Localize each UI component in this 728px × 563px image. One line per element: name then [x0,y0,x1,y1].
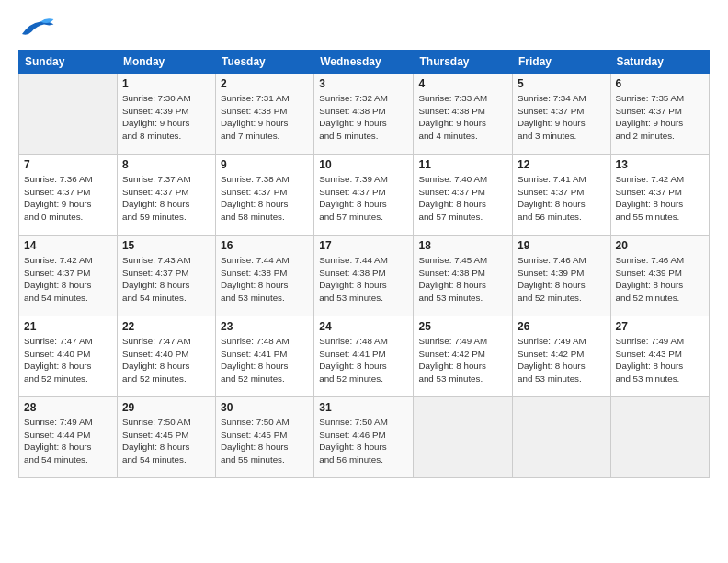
day-number: 20 [616,239,704,252]
day-detail: Sunrise: 7:44 AM Sunset: 4:38 PM Dayligh… [319,254,408,304]
calendar-cell: 30Sunrise: 7:50 AM Sunset: 4:45 PM Dayli… [216,397,314,478]
calendar-cell: 16Sunrise: 7:44 AM Sunset: 4:38 PM Dayli… [216,236,314,316]
header [18,15,710,42]
col-header-sunday: Sunday [19,51,118,74]
day-number: 9 [221,158,309,171]
calendar-week-4: 21Sunrise: 7:47 AM Sunset: 4:40 PM Dayli… [19,316,710,397]
day-detail: Sunrise: 7:48 AM Sunset: 4:41 PM Dayligh… [221,335,309,385]
day-detail: Sunrise: 7:34 AM Sunset: 4:37 PM Dayligh… [518,92,606,143]
calendar-cell: 23Sunrise: 7:48 AM Sunset: 4:41 PM Dayli… [216,316,314,397]
calendar-cell: 7Sunrise: 7:36 AM Sunset: 4:37 PM Daylig… [19,155,118,236]
day-detail: Sunrise: 7:33 AM Sunset: 4:38 PM Dayligh… [418,92,507,143]
day-number: 25 [418,320,507,333]
day-detail: Sunrise: 7:42 AM Sunset: 4:37 PM Dayligh… [24,254,112,304]
day-number: 18 [418,239,507,252]
day-detail: Sunrise: 7:39 AM Sunset: 4:37 PM Dayligh… [319,173,408,224]
day-number: 17 [319,239,408,252]
day-number: 23 [221,320,309,333]
calendar-cell: 1Sunrise: 7:30 AM Sunset: 4:39 PM Daylig… [117,74,215,155]
day-detail: Sunrise: 7:49 AM Sunset: 4:42 PM Dayligh… [418,335,507,385]
calendar-week-2: 7Sunrise: 7:36 AM Sunset: 4:37 PM Daylig… [19,155,710,236]
day-number: 26 [518,320,606,333]
day-number: 31 [319,401,408,414]
day-number: 16 [221,239,309,252]
day-number: 10 [319,158,408,171]
day-detail: Sunrise: 7:49 AM Sunset: 4:44 PM Dayligh… [24,416,112,466]
day-detail: Sunrise: 7:46 AM Sunset: 4:39 PM Dayligh… [616,254,704,304]
day-number: 28 [24,401,112,414]
day-detail: Sunrise: 7:47 AM Sunset: 4:40 PM Dayligh… [24,335,112,385]
day-detail: Sunrise: 7:35 AM Sunset: 4:37 PM Dayligh… [616,92,704,143]
calendar-table: SundayMondayTuesdayWednesdayThursdayFrid… [18,50,710,478]
day-number: 7 [24,158,112,171]
calendar-cell: 8Sunrise: 7:37 AM Sunset: 4:37 PM Daylig… [117,155,215,236]
day-number: 15 [122,239,210,252]
calendar-cell [610,397,709,478]
day-detail: Sunrise: 7:36 AM Sunset: 4:37 PM Dayligh… [24,173,112,224]
day-detail: Sunrise: 7:47 AM Sunset: 4:40 PM Dayligh… [122,335,210,385]
calendar-cell: 14Sunrise: 7:42 AM Sunset: 4:37 PM Dayli… [19,236,118,316]
col-header-saturday: Saturday [610,51,709,74]
day-number: 8 [122,158,210,171]
day-detail: Sunrise: 7:37 AM Sunset: 4:37 PM Dayligh… [122,173,210,224]
calendar-cell: 12Sunrise: 7:41 AM Sunset: 4:37 PM Dayli… [513,155,611,236]
calendar-cell: 18Sunrise: 7:45 AM Sunset: 4:38 PM Dayli… [414,236,513,316]
day-number: 24 [319,320,408,333]
day-number: 3 [319,77,408,90]
calendar-cell: 13Sunrise: 7:42 AM Sunset: 4:37 PM Dayli… [610,155,709,236]
day-detail: Sunrise: 7:44 AM Sunset: 4:38 PM Dayligh… [221,254,309,304]
calendar-cell: 25Sunrise: 7:49 AM Sunset: 4:42 PM Dayli… [414,316,513,397]
day-detail: Sunrise: 7:50 AM Sunset: 4:45 PM Dayligh… [122,416,210,466]
day-detail: Sunrise: 7:42 AM Sunset: 4:37 PM Dayligh… [616,173,704,224]
col-header-thursday: Thursday [414,51,513,74]
day-detail: Sunrise: 7:45 AM Sunset: 4:38 PM Dayligh… [418,254,507,304]
day-number: 30 [221,401,309,414]
calendar-cell: 5Sunrise: 7:34 AM Sunset: 4:37 PM Daylig… [513,74,611,155]
day-detail: Sunrise: 7:50 AM Sunset: 4:45 PM Dayligh… [221,416,309,466]
page: SundayMondayTuesdayWednesdayThursdayFrid… [0,0,728,563]
calendar-cell: 28Sunrise: 7:49 AM Sunset: 4:44 PM Dayli… [19,397,118,478]
day-number: 4 [418,77,507,90]
day-number: 1 [122,77,210,90]
calendar-header-row: SundayMondayTuesdayWednesdayThursdayFrid… [19,51,710,74]
day-detail: Sunrise: 7:30 AM Sunset: 4:39 PM Dayligh… [122,92,210,143]
day-detail: Sunrise: 7:41 AM Sunset: 4:37 PM Dayligh… [518,173,606,224]
day-detail: Sunrise: 7:48 AM Sunset: 4:41 PM Dayligh… [319,335,408,385]
calendar-cell: 15Sunrise: 7:43 AM Sunset: 4:37 PM Dayli… [117,236,215,316]
day-number: 12 [518,158,606,171]
calendar-cell: 19Sunrise: 7:46 AM Sunset: 4:39 PM Dayli… [513,236,611,316]
day-number: 29 [122,401,210,414]
calendar-week-1: 1Sunrise: 7:30 AM Sunset: 4:39 PM Daylig… [19,74,710,155]
day-number: 6 [616,77,704,90]
calendar-cell: 26Sunrise: 7:49 AM Sunset: 4:42 PM Dayli… [513,316,611,397]
calendar-cell: 31Sunrise: 7:50 AM Sunset: 4:46 PM Dayli… [314,397,414,478]
day-number: 27 [616,320,704,333]
day-number: 13 [616,158,704,171]
logo [18,15,59,42]
calendar-cell [513,397,611,478]
day-detail: Sunrise: 7:31 AM Sunset: 4:38 PM Dayligh… [221,92,309,143]
day-detail: Sunrise: 7:49 AM Sunset: 4:42 PM Dayligh… [518,335,606,385]
calendar-cell: 10Sunrise: 7:39 AM Sunset: 4:37 PM Dayli… [314,155,414,236]
calendar-cell: 29Sunrise: 7:50 AM Sunset: 4:45 PM Dayli… [117,397,215,478]
calendar-cell: 6Sunrise: 7:35 AM Sunset: 4:37 PM Daylig… [610,74,709,155]
day-detail: Sunrise: 7:46 AM Sunset: 4:39 PM Dayligh… [518,254,606,304]
col-header-monday: Monday [117,51,215,74]
day-number: 22 [122,320,210,333]
calendar-cell [414,397,513,478]
day-number: 14 [24,239,112,252]
day-detail: Sunrise: 7:50 AM Sunset: 4:46 PM Dayligh… [319,416,408,466]
col-header-tuesday: Tuesday [216,51,314,74]
day-number: 19 [518,239,606,252]
calendar-cell: 11Sunrise: 7:40 AM Sunset: 4:37 PM Dayli… [414,155,513,236]
day-detail: Sunrise: 7:40 AM Sunset: 4:37 PM Dayligh… [418,173,507,224]
calendar-cell: 27Sunrise: 7:49 AM Sunset: 4:43 PM Dayli… [610,316,709,397]
calendar-week-5: 28Sunrise: 7:49 AM Sunset: 4:44 PM Dayli… [19,397,710,478]
calendar-cell: 2Sunrise: 7:31 AM Sunset: 4:38 PM Daylig… [216,74,314,155]
calendar-cell: 22Sunrise: 7:47 AM Sunset: 4:40 PM Dayli… [117,316,215,397]
day-detail: Sunrise: 7:32 AM Sunset: 4:38 PM Dayligh… [319,92,408,143]
day-number: 21 [24,320,112,333]
day-number: 5 [518,77,606,90]
calendar-cell: 24Sunrise: 7:48 AM Sunset: 4:41 PM Dayli… [314,316,414,397]
logo-bird-icon [18,15,55,42]
